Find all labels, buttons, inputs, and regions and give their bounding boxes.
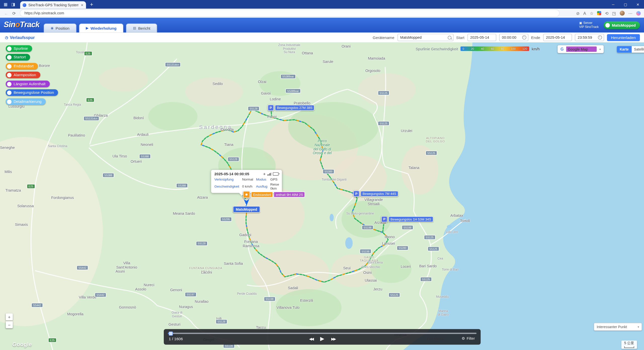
legend-toggle-dot: [7, 90, 12, 95]
tab-label: Position: [56, 26, 69, 30]
sinotrack-logo: SinoTrack: [4, 20, 39, 29]
legend-item-bewegungslose-position[interactable]: Bewegungslose Position: [6, 89, 58, 96]
logo-o: o: [15, 20, 20, 29]
minimize-button[interactable]: ─: [607, 0, 619, 9]
speed-legend-label: Spurlinie Geschwindigkeit: [416, 47, 458, 51]
speed-tick: 40: [481, 47, 484, 50]
screen: ▦ ◨ SinoTrack-GPS Tracking System ✕ + ─ …: [0, 0, 644, 350]
profile-avatar[interactable]: [620, 11, 625, 16]
user-account-button[interactable]: MatsMopped: [604, 21, 640, 29]
user-icon: [605, 23, 610, 27]
start-label: Start: [456, 35, 464, 40]
end-location-label[interactable]: Endstandort: [251, 192, 273, 197]
new-tab-button[interactable]: +: [90, 2, 93, 7]
poi-dropdown[interactable]: Interessanter Punkt ▾: [594, 323, 642, 331]
playback-slider-knob[interactable]: [169, 331, 173, 335]
legend-item-startort[interactable]: Startort: [6, 54, 30, 60]
play-button[interactable]: ▶: [320, 336, 324, 342]
extensions-icon[interactable]: ◳: [612, 11, 616, 15]
end-marker-labels: Endstandort enthalt 9H 49M 2S: [251, 192, 305, 197]
end-date-wrap: [543, 34, 572, 41]
stationary-marker[interactable]: P: [268, 105, 274, 111]
device-input[interactable]: [399, 35, 446, 40]
tab-close-icon[interactable]: ✕: [81, 3, 84, 7]
end-location-marker[interactable]: [243, 191, 250, 198]
server-name: VIP SinoTrack: [579, 25, 599, 29]
favorites-star-icon[interactable]: ☆: [590, 11, 593, 15]
stationary-marker[interactable]: P: [381, 216, 388, 223]
speed-tick: 120: [522, 47, 527, 50]
back-icon[interactable]: ←: [4, 11, 8, 15]
route-icon: ◷: [5, 35, 8, 39]
legend-item-spurlinie[interactable]: Spurlinie: [6, 45, 32, 52]
end-date-input[interactable]: [545, 35, 570, 40]
stationary-marker-label[interactable]: Bewegungslos 7M 44S: [360, 191, 398, 197]
zoom-in-button[interactable]: +: [6, 313, 13, 320]
start-date-wrap: [467, 34, 496, 41]
tab-position[interactable]: ◉Position: [44, 23, 76, 32]
provider-label: Google Map: [566, 46, 597, 52]
stationary-marker[interactable]: P: [353, 191, 359, 197]
url-bar[interactable]: https://vip.sinotrack.com: [20, 10, 560, 17]
legend-toggle-dot: [7, 55, 12, 59]
start-date-input[interactable]: [469, 35, 494, 40]
rewind-button[interactable]: ◀◀: [309, 337, 313, 341]
filter-button[interactable]: ⚙ Filter: [462, 336, 475, 340]
url-text: https://vip.sinotrack.com: [24, 11, 64, 15]
browser-window: ▦ ◨ SinoTrack-GPS Tracking System ✕ + ─ …: [0, 0, 644, 350]
legend-label: Alarmposition: [14, 73, 36, 77]
close-button[interactable]: ✕: [632, 0, 644, 9]
speed-gradient-bar: 020406080100120: [461, 47, 529, 51]
track-polyline: [271, 111, 272, 117]
mute-icon[interactable]: ⊘: [576, 11, 580, 15]
copilot-icon[interactable]: [636, 11, 641, 15]
end-label: Ende: [531, 35, 540, 40]
tab-list-icon[interactable]: ◨: [11, 2, 15, 7]
speed-tick: 100: [511, 47, 515, 50]
info-window-header: 2025-05-14 00:00:05 ✈: [214, 172, 278, 176]
legend-toggle-dot: [7, 73, 12, 77]
info-value: 0 km/h: [242, 184, 253, 188]
workspace-icon[interactable]: ▦: [4, 2, 8, 7]
forward-button[interactable]: ▶▶: [331, 337, 335, 341]
browser-tab[interactable]: SinoTrack-GPS Tracking System ✕: [20, 1, 86, 9]
map-type-karte-button[interactable]: Karte: [617, 46, 631, 53]
legend-toggle-dot: [7, 64, 12, 68]
zoom-out-button[interactable]: −: [6, 321, 13, 328]
legend-item-l-ngster-aufenthalt[interactable]: Längster Aufenthalt: [6, 81, 50, 87]
server-icon: ▣: [579, 21, 582, 25]
replay-toolbar: ◷ Verlaufsspur Gerätename Start Ende: [0, 32, 644, 43]
end-time-input[interactable]: [577, 35, 597, 40]
clock-icon: [522, 35, 526, 39]
maximize-button[interactable]: ▢: [619, 0, 632, 9]
legend-item-alarmposition[interactable]: Alarmposition: [6, 72, 40, 78]
legend-item-detailmarkierung[interactable]: Detailmarkierung: [6, 98, 46, 105]
header-right: ▣Server VIP SinoTrack MatsMopped: [579, 18, 640, 32]
map-scale: 5 公里: [621, 340, 637, 349]
server-info: ▣Server VIP SinoTrack: [579, 21, 599, 29]
map[interactable]: SORGENTI DI ANTONIOTossiloZona Industria…: [0, 42, 644, 350]
stationary-marker-label[interactable]: Bewegungslos 1H 53M 34S: [388, 216, 433, 222]
playback-slider[interactable]: [168, 333, 476, 334]
refresh-icon[interactable]: ⟳: [12, 11, 16, 15]
legend-item-endstandort[interactable]: Endstandort: [6, 63, 38, 69]
start-time-input[interactable]: [501, 35, 521, 40]
map-provider-select[interactable]: G Google Map ▾: [558, 45, 604, 53]
info-window-timestamp: 2025-05-14 00:00:05: [214, 172, 249, 176]
tab-wiederholung[interactable]: ▶Wiederholung: [79, 23, 124, 32]
tab-bericht[interactable]: ▤Bericht: [126, 23, 157, 32]
device-name-label[interactable]: MatsMopped: [233, 206, 260, 213]
stay-duration-label[interactable]: enthalt 9H 49M 2S: [274, 192, 305, 197]
read-aloud-icon[interactable]: A: [583, 11, 586, 15]
browser-addressbar: ← ⟳ https://vip.sinotrack.com ⊘ A ☆ ⟲ ◳ …: [0, 9, 644, 18]
speed-legend: Spurlinie Geschwindigkeit 02040608010012…: [416, 47, 540, 51]
stationary-marker-label[interactable]: Bewegungslos 27M 38S: [275, 105, 314, 111]
map-type-satellit-button[interactable]: Satellit: [632, 46, 644, 53]
browser-essentials-icon[interactable]: [597, 11, 601, 15]
battery-icon: [273, 172, 279, 176]
playback-bar: 1 / 1606 ◀◀ ▶ ▶▶ ⚙ Filter: [164, 329, 481, 345]
sync-icon[interactable]: ⟲: [605, 11, 609, 15]
download-button[interactable]: Herunterladen: [607, 34, 640, 41]
search-icon[interactable]: [448, 35, 451, 39]
browser-menu-icon[interactable]: ⋯: [628, 11, 632, 15]
